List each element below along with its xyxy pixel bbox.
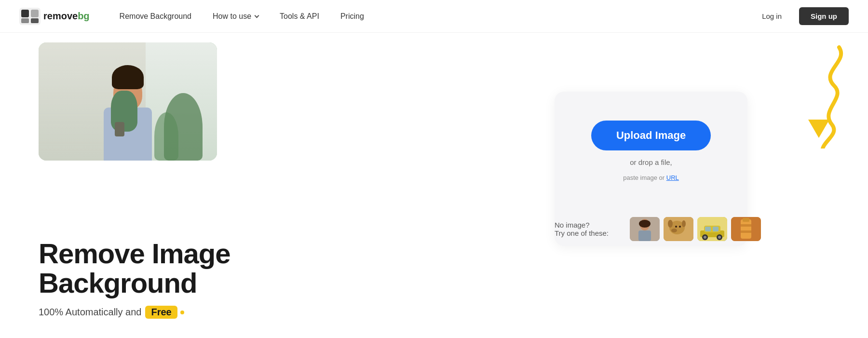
svg-rect-4 bbox=[31, 18, 39, 23]
sample-label: No image? Try one of these: bbox=[555, 221, 622, 237]
bottle-thumbnail bbox=[731, 217, 761, 241]
svg-rect-26 bbox=[741, 219, 751, 239]
svg-rect-28 bbox=[741, 224, 751, 227]
svg-point-15 bbox=[679, 226, 681, 228]
decorative-triangle bbox=[808, 120, 829, 138]
svg-rect-1 bbox=[21, 10, 29, 17]
upload-area-wrapper: Upload Image or drop a file, paste image… bbox=[555, 92, 747, 246]
svg-rect-20 bbox=[713, 227, 719, 231]
nav-pricing[interactable]: Pricing bbox=[330, 0, 375, 33]
svg-rect-29 bbox=[741, 230, 751, 233]
hero-text: Remove Image Background 100% Automatical… bbox=[39, 239, 230, 319]
paste-text: paste image or URL bbox=[623, 174, 679, 181]
nav-right: Log in Sign up bbox=[752, 7, 849, 25]
logo-icon bbox=[19, 8, 41, 25]
svg-point-24 bbox=[718, 236, 721, 239]
svg-rect-19 bbox=[705, 227, 711, 231]
svg-point-11 bbox=[671, 229, 677, 232]
sample-row: No image? Try one of these: bbox=[555, 217, 747, 241]
main-content: Remove Image Background 100% Automatical… bbox=[0, 33, 868, 338]
chevron-down-icon bbox=[255, 14, 259, 18]
brand-name: removebg bbox=[43, 11, 90, 22]
signup-button[interactable]: Sign up bbox=[799, 7, 849, 25]
upload-button[interactable]: Upload Image bbox=[591, 121, 711, 150]
svg-rect-7 bbox=[638, 230, 651, 241]
svg-point-23 bbox=[704, 236, 706, 239]
sample-thumb-bottle[interactable] bbox=[731, 217, 761, 241]
sample-thumbnails bbox=[630, 217, 761, 241]
login-button[interactable]: Log in bbox=[752, 8, 791, 24]
svg-point-14 bbox=[675, 226, 677, 228]
drop-text: or drop a file, bbox=[630, 158, 672, 166]
logo[interactable]: removebg bbox=[19, 8, 90, 25]
hero-image bbox=[39, 42, 217, 161]
person-figure bbox=[39, 42, 217, 161]
sample-thumb-dog[interactable] bbox=[664, 217, 693, 241]
sample-thumb-person[interactable] bbox=[630, 217, 660, 241]
hero-heading: Remove Image Background bbox=[39, 239, 230, 298]
svg-rect-2 bbox=[31, 10, 39, 17]
hero-subtext: 100% Automatically and Free bbox=[39, 306, 230, 319]
svg-rect-27 bbox=[743, 218, 749, 222]
svg-point-12 bbox=[668, 220, 673, 228]
svg-rect-3 bbox=[21, 18, 29, 23]
person-body bbox=[99, 64, 157, 161]
person-thumbnail bbox=[630, 217, 660, 241]
right-panel: Upload Image or drop a file, paste image… bbox=[434, 33, 868, 338]
navbar: removebg Remove Background How to use To… bbox=[0, 0, 868, 33]
nav-links: Remove Background How to use Tools & API… bbox=[109, 0, 753, 33]
background-plant-left bbox=[154, 112, 178, 161]
dog-thumbnail bbox=[664, 217, 693, 241]
free-badge: Free bbox=[145, 306, 177, 319]
car-thumbnail bbox=[697, 217, 727, 241]
url-link[interactable]: URL bbox=[666, 174, 679, 181]
left-panel: Remove Image Background 100% Automatical… bbox=[0, 33, 434, 338]
nav-tools-api[interactable]: Tools & API bbox=[269, 0, 330, 33]
person-hair bbox=[112, 65, 144, 89]
svg-point-8 bbox=[639, 220, 651, 228]
decorative-squiggle bbox=[762, 42, 849, 149]
sample-thumb-car[interactable] bbox=[697, 217, 727, 241]
svg-point-13 bbox=[682, 220, 686, 227]
nav-remove-background[interactable]: Remove Background bbox=[109, 0, 202, 33]
nav-how-to-use[interactable]: How to use bbox=[202, 0, 269, 33]
